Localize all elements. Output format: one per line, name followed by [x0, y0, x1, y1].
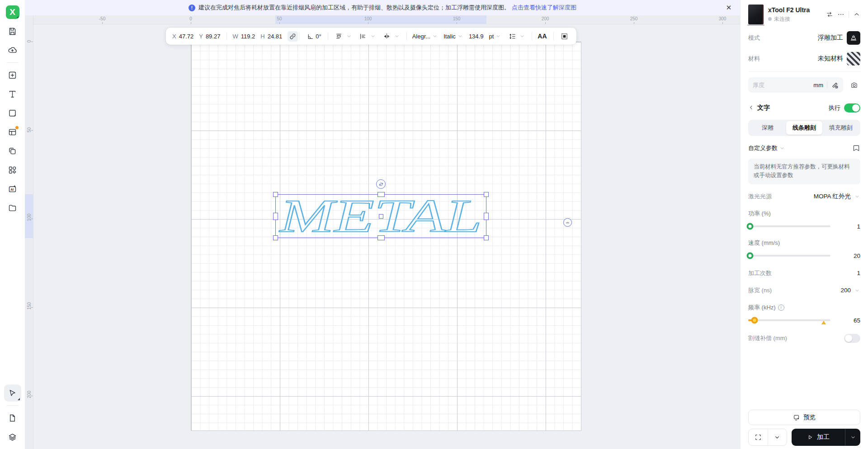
- collapse-panel-icon[interactable]: [853, 11, 860, 18]
- kerf-label: 割缝补偿 (mm): [748, 334, 787, 342]
- execute-toggle[interactable]: [844, 103, 860, 112]
- switch-device-icon[interactable]: [826, 11, 833, 18]
- shape-tool-button[interactable]: [4, 104, 21, 122]
- resize-handle-bottom-center[interactable]: [377, 235, 385, 240]
- device-header[interactable]: xTool F2 Ultra 未连接: [748, 5, 860, 24]
- power-slider-row: 1: [748, 223, 860, 230]
- resize-handle-top-right[interactable]: [484, 192, 489, 197]
- power-slider[interactable]: [748, 225, 830, 227]
- new-project-button[interactable]: [4, 66, 21, 84]
- save-params-button[interactable]: [852, 144, 860, 152]
- resize-handle-middle-right[interactable]: [484, 213, 489, 220]
- logo-menu-corner: [16, 16, 19, 18]
- passes-row[interactable]: 加工次数 1: [748, 269, 860, 277]
- material-swatch[interactable]: [847, 52, 860, 65]
- kerf-row: 割缝补偿 (mm): [748, 334, 860, 343]
- tab-deep-engrave[interactable]: 深雕: [750, 121, 786, 135]
- line-spacing-dropdown[interactable]: [507, 31, 525, 42]
- resize-handle-middle-left[interactable]: [273, 213, 278, 220]
- back-button[interactable]: [748, 104, 755, 112]
- camera-measure-button[interactable]: [848, 79, 860, 91]
- resize-handle-top-center[interactable]: [377, 192, 385, 197]
- page-button[interactable]: [4, 409, 21, 426]
- x-position-field[interactable]: X 47.72: [172, 33, 193, 40]
- banner-close-button[interactable]: ✕: [725, 4, 733, 12]
- rotation-field[interactable]: 0°: [305, 31, 321, 42]
- font-unit-dropdown[interactable]: pt: [489, 33, 501, 40]
- xcs-logo[interactable]: X: [6, 5, 19, 19]
- auto-measure-button[interactable]: A: [831, 81, 839, 89]
- y-value[interactable]: 89.27: [206, 33, 221, 40]
- material-label: 材料: [748, 55, 760, 63]
- frequency-value[interactable]: 65: [854, 317, 860, 324]
- tab-line-engrave[interactable]: 线条雕刻: [786, 121, 823, 135]
- rotation-value[interactable]: 0°: [316, 33, 321, 40]
- kerf-toggle[interactable]: [844, 334, 860, 343]
- process-button[interactable]: 加工: [792, 429, 860, 446]
- align-objects-dropdown[interactable]: [334, 31, 352, 42]
- h-value[interactable]: 24.81: [268, 33, 283, 40]
- save-button[interactable]: [4, 23, 21, 40]
- center-anchor-handle[interactable]: [379, 214, 383, 219]
- layers-button[interactable]: [4, 428, 21, 445]
- frequency-slider[interactable]: [748, 319, 830, 321]
- template-button[interactable]: [4, 123, 21, 140]
- thickness-input[interactable]: [753, 82, 784, 89]
- process-main[interactable]: 加工: [792, 429, 845, 446]
- resize-handle-bottom-left[interactable]: [273, 235, 278, 240]
- font-family-dropdown[interactable]: Alegr...: [412, 33, 438, 40]
- duplicate-tool-button[interactable]: [4, 142, 21, 159]
- frame-outline-button[interactable]: [749, 429, 768, 445]
- frequency-slider-knob[interactable]: [751, 317, 758, 324]
- resize-handle-top-left[interactable]: [273, 192, 278, 197]
- preview-button[interactable]: 预览: [748, 410, 860, 425]
- resize-handle-bottom-right[interactable]: [484, 235, 489, 240]
- flip-dropdown[interactable]: [382, 31, 400, 42]
- power-value[interactable]: 1: [857, 223, 860, 230]
- speed-slider-knob[interactable]: [747, 253, 754, 259]
- text-align-dropdown[interactable]: [358, 31, 376, 42]
- device-thumbnail: [748, 5, 764, 24]
- thickness-input-box[interactable]: mm A: [748, 77, 843, 93]
- select-tool-button[interactable]: [4, 384, 21, 402]
- mode-row[interactable]: 模式 浮雕加工: [748, 31, 860, 45]
- lock-ratio-button[interactable]: [288, 31, 298, 42]
- ai-letters: AI: [10, 188, 14, 191]
- fill-style-button[interactable]: [559, 31, 570, 42]
- sidebar-divider-bottom: [7, 405, 19, 406]
- frame-options-button[interactable]: [768, 429, 787, 445]
- font-size-value[interactable]: 134.9: [469, 33, 484, 40]
- arc-text-handle[interactable]: [563, 218, 572, 227]
- selection-bounding-box[interactable]: [275, 194, 486, 238]
- ai-image-button[interactable]: AI: [4, 180, 21, 197]
- more-options-icon[interactable]: [837, 11, 844, 18]
- apps-library-button[interactable]: [4, 161, 21, 178]
- text-tool-button[interactable]: [4, 85, 21, 103]
- files-button[interactable]: [4, 199, 21, 216]
- speed-slider[interactable]: [748, 255, 830, 257]
- passes-value[interactable]: 1: [857, 270, 860, 276]
- tab-fill-engrave[interactable]: 填充雕刻: [822, 121, 859, 135]
- x-value[interactable]: 47.72: [179, 33, 194, 40]
- info-icon[interactable]: i: [778, 304, 784, 311]
- y-position-field[interactable]: Y 89.27: [199, 33, 220, 40]
- laser-source-row[interactable]: 激光光源 MOPA 红外光: [748, 192, 860, 201]
- banner-link[interactable]: 点击查看快速了解深度图: [512, 4, 576, 12]
- typography-button[interactable]: AA: [538, 33, 547, 40]
- process-options-button[interactable]: [845, 429, 860, 446]
- font-style-dropdown[interactable]: Italic: [443, 33, 463, 40]
- height-field[interactable]: H 24.81: [260, 33, 282, 40]
- design-canvas[interactable]: METAL: [33, 24, 740, 449]
- w-value[interactable]: 119.2: [241, 33, 255, 40]
- pulse-width-row[interactable]: 脉宽 (ns) 200: [748, 286, 860, 295]
- cloud-upload-button[interactable]: [4, 42, 21, 59]
- material-row[interactable]: 材料 未知材料: [748, 51, 860, 66]
- relief-mode-icon[interactable]: [847, 31, 860, 45]
- speed-value[interactable]: 20: [854, 253, 860, 259]
- power-slider-knob[interactable]: [747, 223, 754, 230]
- custom-params-label[interactable]: 自定义参数: [748, 144, 778, 152]
- rotate-handle[interactable]: [376, 179, 386, 189]
- width-field[interactable]: W 119.2: [232, 33, 255, 40]
- pulse-width-value[interactable]: 200: [840, 287, 851, 294]
- font-size-field[interactable]: 134.9: [469, 33, 484, 40]
